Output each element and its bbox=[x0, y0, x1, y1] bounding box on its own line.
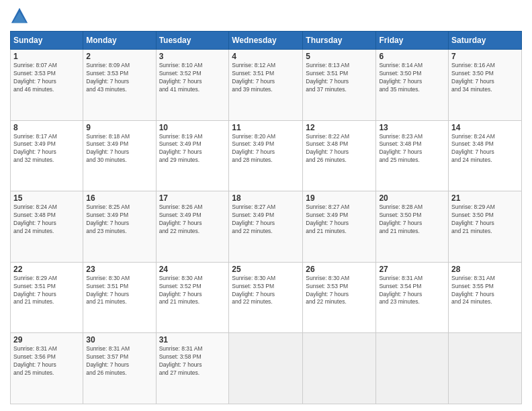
logo-icon bbox=[10, 7, 29, 26]
day-number: 5 bbox=[306, 52, 373, 61]
calendar-cell: 24 Sunrise: 8:30 AM Sunset: 3:52 PM Dayl… bbox=[156, 262, 229, 333]
calendar-cell: 23 Sunrise: 8:30 AM Sunset: 3:51 PM Dayl… bbox=[83, 262, 156, 333]
day-info: Sunrise: 8:31 AM Sunset: 3:55 PM Dayligh… bbox=[451, 275, 519, 307]
calendar-header-monday: Monday bbox=[83, 32, 156, 50]
calendar-header-thursday: Thursday bbox=[303, 32, 376, 50]
day-number: 18 bbox=[232, 193, 300, 203]
day-number: 1 bbox=[13, 52, 80, 61]
calendar-cell: 21 Sunrise: 8:29 AM Sunset: 3:50 PM Dayl… bbox=[449, 191, 522, 263]
calendar-cell: 26 Sunrise: 8:30 AM Sunset: 3:53 PM Dayl… bbox=[303, 262, 376, 333]
day-info: Sunrise: 8:19 AM Sunset: 3:49 PM Dayligh… bbox=[159, 133, 226, 165]
day-number: 28 bbox=[451, 265, 519, 274]
calendar-header-friday: Friday bbox=[376, 32, 449, 50]
calendar-cell bbox=[303, 333, 376, 404]
day-number: 13 bbox=[379, 123, 445, 132]
day-info: Sunrise: 8:09 AM Sunset: 3:53 PM Dayligh… bbox=[86, 62, 152, 94]
day-number: 12 bbox=[306, 123, 373, 132]
day-number: 14 bbox=[451, 123, 519, 132]
calendar-header-row: SundayMondayTuesdayWednesdayThursdayFrid… bbox=[11, 32, 522, 50]
calendar-cell: 29 Sunrise: 8:31 AM Sunset: 3:56 PM Dayl… bbox=[11, 333, 83, 404]
calendar-cell: 9 Sunrise: 8:18 AM Sunset: 3:49 PM Dayli… bbox=[83, 120, 156, 191]
day-number: 11 bbox=[232, 123, 300, 132]
calendar-cell: 20 Sunrise: 8:28 AM Sunset: 3:50 PM Dayl… bbox=[376, 191, 449, 263]
day-number: 19 bbox=[306, 193, 373, 203]
day-info: Sunrise: 8:20 AM Sunset: 3:49 PM Dayligh… bbox=[232, 133, 300, 165]
calendar-week-4: 22 Sunrise: 8:29 AM Sunset: 3:51 PM Dayl… bbox=[11, 262, 522, 333]
calendar-week-3: 15 Sunrise: 8:24 AM Sunset: 3:48 PM Dayl… bbox=[11, 191, 522, 263]
calendar-cell: 4 Sunrise: 8:12 AM Sunset: 3:51 PM Dayli… bbox=[229, 50, 303, 121]
day-number: 15 bbox=[13, 193, 80, 203]
day-info: Sunrise: 8:28 AM Sunset: 3:50 PM Dayligh… bbox=[379, 203, 445, 236]
calendar-cell bbox=[229, 333, 303, 404]
calendar-cell: 1 Sunrise: 8:07 AM Sunset: 3:53 PM Dayli… bbox=[11, 50, 83, 121]
day-info: Sunrise: 8:30 AM Sunset: 3:52 PM Dayligh… bbox=[159, 275, 226, 307]
calendar-cell: 6 Sunrise: 8:14 AM Sunset: 3:50 PM Dayli… bbox=[376, 50, 449, 121]
calendar-week-5: 29 Sunrise: 8:31 AM Sunset: 3:56 PM Dayl… bbox=[11, 333, 522, 404]
day-number: 6 bbox=[379, 52, 445, 61]
calendar-cell: 31 Sunrise: 8:31 AM Sunset: 3:58 PM Dayl… bbox=[156, 333, 229, 404]
calendar-cell: 19 Sunrise: 8:27 AM Sunset: 3:49 PM Dayl… bbox=[303, 191, 376, 263]
day-number: 16 bbox=[86, 193, 152, 203]
day-number: 22 bbox=[13, 265, 80, 274]
day-info: Sunrise: 8:24 AM Sunset: 3:48 PM Dayligh… bbox=[13, 203, 80, 236]
calendar-cell: 13 Sunrise: 8:23 AM Sunset: 3:48 PM Dayl… bbox=[376, 120, 449, 191]
calendar-cell: 17 Sunrise: 8:26 AM Sunset: 3:49 PM Dayl… bbox=[156, 191, 229, 263]
calendar-cell: 28 Sunrise: 8:31 AM Sunset: 3:55 PM Dayl… bbox=[449, 262, 522, 333]
day-info: Sunrise: 8:13 AM Sunset: 3:51 PM Dayligh… bbox=[306, 62, 373, 94]
day-info: Sunrise: 8:24 AM Sunset: 3:48 PM Dayligh… bbox=[451, 133, 519, 165]
day-info: Sunrise: 8:30 AM Sunset: 3:53 PM Dayligh… bbox=[306, 275, 373, 307]
calendar-table: SundayMondayTuesdayWednesdayThursdayFrid… bbox=[10, 31, 522, 404]
calendar-cell: 11 Sunrise: 8:20 AM Sunset: 3:49 PM Dayl… bbox=[229, 120, 303, 191]
calendar-week-2: 8 Sunrise: 8:17 AM Sunset: 3:49 PM Dayli… bbox=[11, 120, 522, 191]
day-info: Sunrise: 8:31 AM Sunset: 3:57 PM Dayligh… bbox=[86, 345, 152, 377]
calendar-cell bbox=[376, 333, 449, 404]
calendar-cell: 16 Sunrise: 8:25 AM Sunset: 3:49 PM Dayl… bbox=[83, 191, 156, 263]
day-info: Sunrise: 8:27 AM Sunset: 3:49 PM Dayligh… bbox=[306, 203, 373, 236]
day-number: 7 bbox=[451, 52, 519, 61]
calendar-cell bbox=[449, 333, 522, 404]
day-number: 23 bbox=[86, 265, 152, 274]
day-info: Sunrise: 8:27 AM Sunset: 3:49 PM Dayligh… bbox=[232, 203, 300, 236]
calendar-week-1: 1 Sunrise: 8:07 AM Sunset: 3:53 PM Dayli… bbox=[11, 50, 522, 121]
day-info: Sunrise: 8:25 AM Sunset: 3:49 PM Dayligh… bbox=[86, 203, 152, 236]
day-info: Sunrise: 8:31 AM Sunset: 3:54 PM Dayligh… bbox=[379, 275, 445, 307]
day-number: 3 bbox=[159, 52, 226, 61]
calendar-cell: 7 Sunrise: 8:16 AM Sunset: 3:50 PM Dayli… bbox=[449, 50, 522, 121]
day-info: Sunrise: 8:12 AM Sunset: 3:51 PM Dayligh… bbox=[232, 62, 300, 94]
calendar-header-sunday: Sunday bbox=[11, 32, 83, 50]
calendar-cell: 22 Sunrise: 8:29 AM Sunset: 3:51 PM Dayl… bbox=[11, 262, 83, 333]
header bbox=[10, 7, 522, 26]
day-number: 2 bbox=[86, 52, 152, 61]
day-number: 31 bbox=[159, 335, 226, 345]
day-number: 27 bbox=[379, 265, 445, 274]
day-info: Sunrise: 8:14 AM Sunset: 3:50 PM Dayligh… bbox=[379, 62, 445, 94]
day-number: 10 bbox=[159, 123, 226, 132]
day-number: 4 bbox=[232, 52, 300, 61]
day-info: Sunrise: 8:18 AM Sunset: 3:49 PM Dayligh… bbox=[86, 133, 152, 165]
day-info: Sunrise: 8:16 AM Sunset: 3:50 PM Dayligh… bbox=[451, 62, 519, 94]
day-number: 9 bbox=[86, 123, 152, 132]
day-number: 30 bbox=[86, 335, 152, 345]
calendar-cell: 2 Sunrise: 8:09 AM Sunset: 3:53 PM Dayli… bbox=[83, 50, 156, 121]
calendar-cell: 12 Sunrise: 8:22 AM Sunset: 3:48 PM Dayl… bbox=[303, 120, 376, 191]
day-info: Sunrise: 8:29 AM Sunset: 3:50 PM Dayligh… bbox=[451, 203, 519, 236]
day-info: Sunrise: 8:30 AM Sunset: 3:51 PM Dayligh… bbox=[86, 275, 152, 307]
day-number: 21 bbox=[451, 193, 519, 203]
day-number: 25 bbox=[232, 265, 300, 274]
day-number: 20 bbox=[379, 193, 445, 203]
day-info: Sunrise: 8:31 AM Sunset: 3:56 PM Dayligh… bbox=[13, 345, 80, 377]
calendar-cell: 30 Sunrise: 8:31 AM Sunset: 3:57 PM Dayl… bbox=[83, 333, 156, 404]
calendar-cell: 15 Sunrise: 8:24 AM Sunset: 3:48 PM Dayl… bbox=[11, 191, 83, 263]
day-info: Sunrise: 8:22 AM Sunset: 3:48 PM Dayligh… bbox=[306, 133, 373, 165]
day-info: Sunrise: 8:26 AM Sunset: 3:49 PM Dayligh… bbox=[159, 203, 226, 236]
calendar-header-tuesday: Tuesday bbox=[156, 32, 229, 50]
day-info: Sunrise: 8:23 AM Sunset: 3:48 PM Dayligh… bbox=[379, 133, 445, 165]
day-number: 17 bbox=[159, 193, 226, 203]
calendar-cell: 18 Sunrise: 8:27 AM Sunset: 3:49 PM Dayl… bbox=[229, 191, 303, 263]
day-info: Sunrise: 8:17 AM Sunset: 3:49 PM Dayligh… bbox=[13, 133, 80, 165]
day-number: 26 bbox=[306, 265, 373, 274]
calendar-cell: 10 Sunrise: 8:19 AM Sunset: 3:49 PM Dayl… bbox=[156, 120, 229, 191]
day-number: 8 bbox=[13, 123, 80, 132]
calendar-cell: 3 Sunrise: 8:10 AM Sunset: 3:52 PM Dayli… bbox=[156, 50, 229, 121]
calendar-cell: 27 Sunrise: 8:31 AM Sunset: 3:54 PM Dayl… bbox=[376, 262, 449, 333]
